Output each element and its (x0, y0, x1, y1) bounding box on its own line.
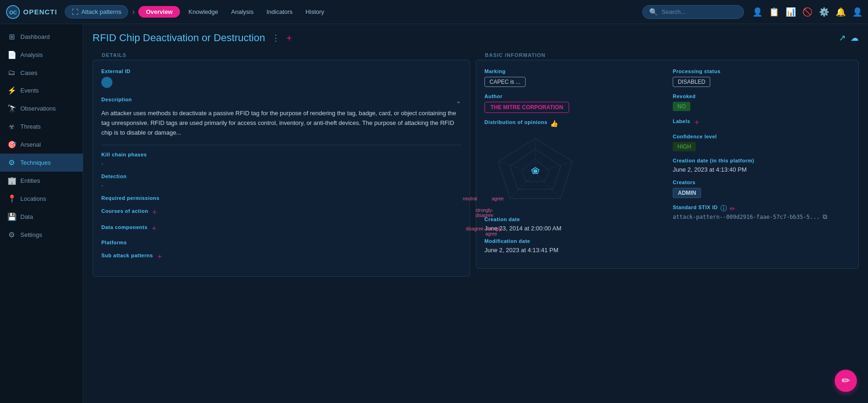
sidebar-item-threats[interactable]: ☣ Threats (0, 118, 83, 136)
sidebar-item-locations[interactable]: 📍 Locations (0, 190, 83, 208)
courses-label: Courses of action (101, 208, 148, 214)
svg-line-8 (535, 161, 572, 173)
author-badge: THE MITRE CORPORATION (484, 102, 569, 113)
confidence-label: Confidence level (673, 134, 850, 139)
sidebar-label-analysis: Analysis (20, 51, 43, 58)
bell-icon[interactable]: 🔔 (836, 7, 846, 17)
fab-edit-button[interactable]: ✏ (835, 370, 857, 392)
data-components-label: Data components (101, 224, 148, 230)
opinions-section: Distribution of opinions 👍 (484, 119, 662, 210)
threats-icon: ☣ (7, 122, 16, 131)
courses-add-icon[interactable]: ＋ (151, 207, 158, 217)
external-id-section: External ID (101, 68, 461, 89)
sidebar-item-dashboard[interactable]: ⊞ Dashboard (0, 28, 83, 46)
platforms-section: Platforms (101, 240, 461, 245)
data-components-add-icon[interactable]: ＋ (150, 223, 158, 233)
app-logo: OC OPENCTI (6, 5, 57, 19)
sidebar-item-settings[interactable]: ⚙ Settings (0, 226, 83, 244)
kill-chain-label: Kill chain phases (101, 152, 461, 157)
analysis-icon: 📄 (7, 50, 16, 59)
revoked-badge: NO (673, 102, 690, 111)
attack-patterns-breadcrumb[interactable]: ⛶ Attack patterns (65, 5, 129, 19)
dashboard-icon: ⊞ (7, 32, 16, 41)
sidebar-item-observations[interactable]: 🔭 Observations (0, 99, 83, 118)
sidebar-item-analysis[interactable]: 📄 Analysis (0, 46, 83, 64)
block-icon[interactable]: 🚫 (802, 7, 812, 17)
marking-badge: CAPEC is ... (484, 77, 526, 87)
sidebar-item-arsenal[interactable]: 🎯 Arsenal (0, 136, 83, 154)
description-text: An attacker uses methods to deactivate a… (101, 109, 461, 137)
radar-label-strongly-agree: strongly-agree (485, 226, 503, 236)
sidebar-label-settings: Settings (20, 231, 42, 238)
sidebar-item-techniques[interactable]: ⚙ Techniques (0, 154, 83, 172)
more-options-button[interactable]: ⋮ (272, 33, 280, 43)
nav-indicators[interactable]: Indicators (262, 6, 297, 18)
add-button[interactable]: ＋ (285, 31, 294, 44)
author-section: Author THE MITRE CORPORATION (484, 93, 662, 113)
stix-id-section: Standard STIX ID ⓘ ✏ attack-pattern--009… (673, 205, 850, 221)
creation-date-platform-value: June 2, 2023 at 4:13:40 PM (673, 166, 850, 173)
copy-icon[interactable]: ⧉ (823, 213, 827, 221)
share-icon[interactable]: ↗ (839, 33, 846, 43)
stix-info-icon[interactable]: ⓘ (720, 205, 727, 213)
sidebar-item-entities[interactable]: 🏢 Entities (0, 172, 83, 190)
account-icon[interactable]: 👤 (852, 7, 862, 17)
sidebar-label-entities: Entities (20, 177, 40, 184)
nav-history[interactable]: History (301, 6, 329, 18)
sidebar-item-data[interactable]: 💾 Data (0, 208, 83, 226)
courses-of-action-section: Courses of action ＋ (101, 207, 461, 217)
creation-date-value: June 23, 2014 at 2:00:00 AM (484, 225, 662, 232)
breadcrumb-label: Attack patterns (81, 8, 122, 15)
chart-icon[interactable]: 📊 (786, 7, 796, 17)
processing-status-label: Processing status (673, 68, 850, 74)
search-bar[interactable]: 🔍 (642, 5, 744, 19)
creators-section: Creators ADMIN (673, 180, 850, 198)
nav-knowledge[interactable]: Knowledge (184, 6, 223, 18)
sidebar-label-events: Events (20, 87, 39, 94)
overview-tab[interactable]: Overview (138, 6, 180, 18)
top-navigation: OC OPENCTI ⛶ Attack patterns › Overview … (0, 0, 868, 24)
creation-date-section: Creation date June 23, 2014 at 2:00:00 A… (484, 217, 662, 232)
creation-date-label: Creation date (484, 217, 662, 222)
creation-date-platform-section: Creation date (in this platform) June 2,… (673, 158, 850, 173)
observations-icon: 🔭 (7, 104, 16, 113)
modification-date-label: Modification date (484, 238, 662, 244)
entities-icon: 🏢 (7, 176, 16, 185)
stix-value-row: attack-pattern--009d2916-faae-57c7-bb35-… (673, 213, 850, 221)
sub-patterns-add-icon[interactable]: ＋ (156, 252, 163, 261)
external-id-label: External ID (101, 68, 461, 74)
main-content: RFID Chip Deactivation or Destruction ⋮ … (83, 24, 868, 403)
radar-label-disagree: disagree (466, 226, 484, 231)
marking-section: Marking CAPEC is ... (484, 68, 662, 87)
clipboard-icon[interactable]: 📋 (769, 7, 779, 17)
nav-analysis[interactable]: Analysis (227, 6, 258, 18)
sidebar-item-cases[interactable]: 🗂 Cases (0, 64, 83, 81)
cloud-icon[interactable]: ☁ (850, 33, 859, 43)
collapse-button[interactable]: ⌄ (456, 97, 461, 105)
arsenal-icon: 🎯 (7, 140, 16, 149)
req-permissions-label: Required permissions (101, 195, 461, 201)
person-icon[interactable]: 👤 (752, 7, 763, 17)
labels-add-icon[interactable]: ＋ (693, 118, 701, 127)
opinions-header: Distribution of opinions 👍 (484, 119, 662, 128)
sidebar-label-data: Data (20, 213, 33, 220)
search-input[interactable] (662, 8, 737, 15)
gear-icon[interactable]: ⚙️ (819, 7, 829, 17)
data-components-row: Data components ＋ (101, 223, 461, 233)
sub-attack-patterns-section: Sub attack patterns ＋ (101, 252, 461, 261)
detection-section: Detection - (101, 174, 461, 189)
basic-info-section-label: BASIC INFORMATION (476, 49, 859, 60)
stix-edit-icon[interactable]: ✏ (730, 205, 735, 212)
settings-icon: ⚙ (7, 230, 16, 239)
attack-patterns-icon: ⛶ (72, 8, 79, 16)
page-title: RFID Chip Deactivation or Destruction (93, 32, 265, 44)
thumbs-icon[interactable]: 👍 (550, 120, 558, 127)
sidebar-label-threats: Threats (20, 123, 41, 130)
svg-line-11 (498, 161, 535, 173)
marking-label: Marking (484, 68, 662, 74)
events-icon: ⚡ (7, 86, 16, 95)
radar-label-agree: agree (492, 196, 504, 201)
radar-label-strongly-disagree: strongly-disagree (476, 208, 493, 218)
sub-patterns-label: Sub attack patterns (101, 253, 153, 258)
sidebar-item-events[interactable]: ⚡ Events (0, 81, 83, 99)
